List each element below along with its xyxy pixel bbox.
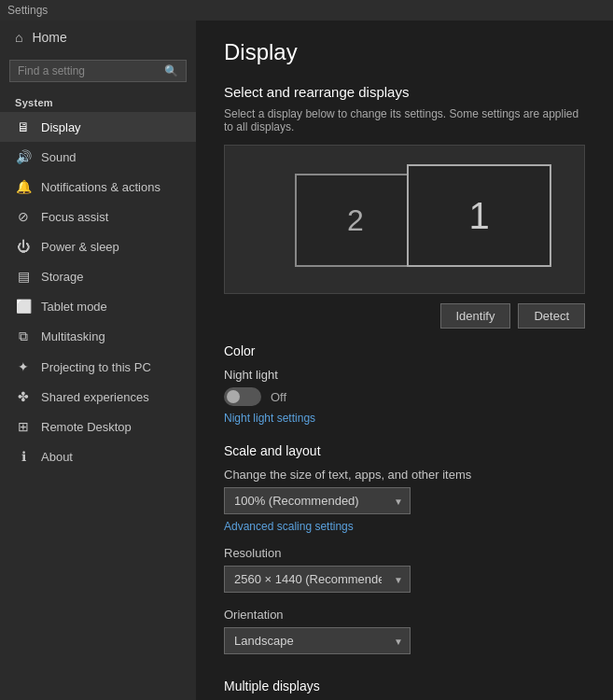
title-bar: Settings [0, 0, 613, 21]
sidebar-item-tablet-mode[interactable]: ⬜ Tablet mode [0, 291, 196, 321]
sidebar-item-remote[interactable]: ⊞ Remote Desktop [0, 412, 196, 441]
scale-layout-section: Scale and layout Change the size of text… [224, 443, 585, 660]
sidebar-item-storage[interactable]: ▤ Storage [0, 261, 196, 291]
sidebar-home[interactable]: ⌂ Home [0, 21, 196, 54]
sidebar-item-display[interactable]: 🖥 Display [0, 112, 196, 142]
scale-select[interactable]: 100% (Recommended) 125% 150% 175% [224, 487, 411, 514]
scale-change-label: Change the size of text, apps, and other… [224, 468, 585, 482]
sidebar-item-sound-label: Sound [41, 150, 77, 164]
storage-icon: ▤ [15, 269, 32, 284]
system-section-label: System [0, 88, 196, 112]
sidebar-item-remote-label: Remote Desktop [41, 420, 132, 434]
app-body: ⌂ Home 🔍 System 🖥 Display 🔊 Sound 🔔 Noti… [0, 21, 613, 700]
resolution-select[interactable]: 2560 × 1440 (Recommended) 1920 × 1080 12… [224, 566, 411, 593]
sidebar-item-power-sleep[interactable]: ⏻ Power & sleep [0, 231, 196, 261]
search-input[interactable] [18, 64, 159, 77]
shared-icon: ✤ [15, 389, 32, 404]
sidebar-item-projecting-label: Projecting to this PC [41, 360, 151, 374]
select-section-title: Select and rearrange displays [224, 84, 585, 100]
remote-icon: ⊞ [15, 419, 32, 434]
sidebar-item-multitasking-label: Multitasking [41, 329, 105, 343]
toggle-state-label: Off [271, 390, 286, 404]
focus-assist-icon: ⊘ [15, 209, 32, 224]
page-title: Display [224, 39, 585, 65]
sidebar-item-sound[interactable]: 🔊 Sound [0, 142, 196, 172]
monitor-1-label: 1 [468, 195, 489, 237]
multitasking-icon: ⧉ [15, 329, 32, 344]
orientation-label: Orientation [224, 608, 585, 622]
select-section-desc: Select a display below to change its set… [224, 107, 585, 133]
monitor-1[interactable]: 1 [407, 164, 551, 267]
tablet-icon: ⬜ [15, 299, 32, 314]
sidebar-item-shared-label: Shared experiences [41, 390, 149, 404]
sidebar-home-label: Home [32, 30, 66, 45]
sidebar-item-storage-label: Storage [41, 270, 84, 284]
sidebar-item-focus-assist-label: Focus assist [41, 210, 108, 224]
scale-dropdown-wrap: 100% (Recommended) 125% 150% 175% ▼ [224, 487, 411, 514]
sidebar-item-tablet-label: Tablet mode [41, 300, 107, 314]
power-icon: ⏻ [15, 239, 32, 254]
display-buttons: Identify Detect [224, 303, 585, 329]
home-icon: ⌂ [15, 30, 22, 45]
sidebar-item-about[interactable]: ℹ About [0, 441, 196, 471]
night-light-settings-link[interactable]: Night light settings [224, 412, 585, 425]
advanced-scaling-link[interactable]: Advanced scaling settings [224, 520, 585, 533]
sidebar-item-notifications[interactable]: 🔔 Notifications & actions [0, 172, 196, 202]
sidebar-item-about-label: About [41, 450, 73, 464]
night-light-toggle[interactable] [224, 387, 261, 406]
resolution-dropdown-wrap: 2560 × 1440 (Recommended) 1920 × 1080 12… [224, 566, 411, 593]
color-section-title: Color [224, 343, 585, 358]
monitor-2-label: 2 [347, 203, 364, 238]
resolution-label: Resolution [224, 546, 585, 560]
notifications-icon: 🔔 [15, 179, 32, 194]
sidebar-item-display-label: Display [41, 120, 81, 134]
orientation-select[interactable]: Landscape Portrait Landscape (flipped) P… [224, 627, 411, 654]
multiple-displays-section: Multiple displays Multiple displays Exte… [224, 679, 585, 700]
sidebar-item-multitasking[interactable]: ⧉ Multitasking [0, 321, 196, 352]
about-icon: ℹ [15, 449, 32, 464]
sidebar-item-notifications-label: Notifications & actions [41, 180, 160, 194]
main-content: Display Select and rearrange displays Se… [196, 21, 613, 700]
color-section: Color Night light Off Night light settin… [224, 343, 585, 425]
search-icon: 🔍 [164, 64, 178, 77]
orientation-dropdown-wrap: Landscape Portrait Landscape (flipped) P… [224, 627, 411, 654]
search-box[interactable]: 🔍 [9, 60, 187, 82]
scale-layout-title: Scale and layout [224, 443, 585, 458]
sidebar-item-shared[interactable]: ✤ Shared experiences [0, 382, 196, 412]
toggle-row: Off [224, 387, 585, 406]
projecting-icon: ✦ [15, 359, 32, 374]
night-light-label: Night light [224, 368, 585, 382]
identify-button[interactable]: Identify [440, 303, 511, 329]
sidebar-item-power-label: Power & sleep [41, 240, 119, 254]
sidebar: ⌂ Home 🔍 System 🖥 Display 🔊 Sound 🔔 Noti… [0, 21, 196, 700]
sidebar-item-projecting[interactable]: ✦ Projecting to this PC [0, 352, 196, 382]
monitor-2[interactable]: 2 [295, 174, 416, 267]
detect-button[interactable]: Detect [518, 303, 585, 329]
display-icon: 🖥 [15, 119, 32, 134]
display-area: 2 1 [224, 145, 585, 294]
multiple-displays-title: Multiple displays [224, 679, 585, 693]
title-bar-label: Settings [7, 4, 48, 17]
sidebar-item-focus-assist[interactable]: ⊘ Focus assist [0, 202, 196, 231]
sound-icon: 🔊 [15, 149, 32, 164]
